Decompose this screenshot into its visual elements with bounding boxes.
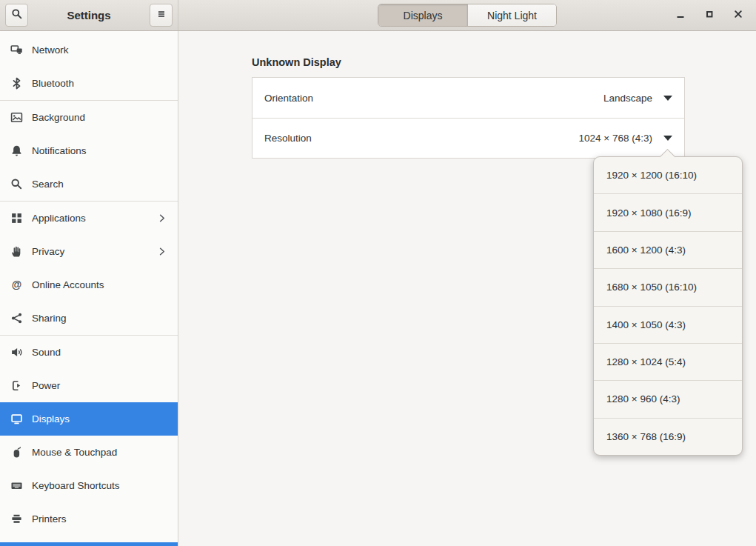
keyboard-icon [10,479,23,492]
resolution-option[interactable]: 1920 × 1080 (16:9) [594,193,742,230]
network-icon [10,44,23,56]
sidebar-item-displays[interactable]: Displays [0,402,178,436]
resolution-label: Resolution [264,133,312,144]
mouse-icon [10,446,23,459]
orientation-row[interactable]: Orientation Landscape [252,78,684,118]
sidebar-item-label: Mouse & Touchpad [32,447,117,458]
sidebar-item-privacy[interactable]: Privacy [0,235,178,268]
resolution-option[interactable]: 1680 × 1050 (16:10) [594,268,742,305]
online-accounts-icon: @ [10,279,23,291]
sidebar-item-label: Online Accounts [32,279,104,290]
resolution-option[interactable]: 1400 × 1050 (4:3) [594,306,742,343]
chevron-right-icon [156,246,167,257]
settings-sidebar: Network Bluetooth Background Notificatio… [0,31,178,546]
orientation-value: Landscape [603,93,652,104]
orientation-label: Orientation [264,93,313,104]
sidebar-item-label: Network [32,44,69,56]
tab-displays[interactable]: Displays [378,4,467,26]
resolution-option[interactable]: 1280 × 1024 (5:4) [594,343,742,380]
tab-night-light[interactable]: Night Light [467,4,556,26]
view-switcher: Displays Night Light [378,4,557,27]
resolution-option[interactable]: 1360 × 768 (16:9) [594,418,742,455]
minimize-icon [675,8,686,23]
privacy-icon [10,245,23,258]
sidebar-item-online-accounts[interactable]: @ Online Accounts [0,268,178,302]
sidebar-item-label: Displays [32,413,70,425]
displays-icon [10,413,23,425]
maximize-icon [703,8,715,23]
resolution-option[interactable]: 1600 × 1200 (4:3) [594,231,742,268]
resolution-option[interactable]: 1280 × 960 (4:3) [594,380,742,417]
sidebar-item-bluetooth[interactable]: Bluetooth [0,67,178,100]
hamburger-menu-icon [155,8,167,23]
window-title: Settings [67,9,110,21]
search-button[interactable] [5,4,28,27]
window-controls [671,0,748,30]
sidebar-item-label: Search [32,179,64,190]
sidebar-item-sharing[interactable]: Sharing [0,302,178,335]
sidebar-item-network[interactable]: Network [0,33,178,67]
dropdown-caret-icon [663,96,672,101]
svg-text:@: @ [12,279,21,290]
sidebar-item-mouse-touchpad[interactable]: Mouse & Touchpad [0,436,178,469]
header-main-section: Displays Night Light [178,0,756,30]
minimize-button[interactable] [671,6,690,25]
sidebar-item-keyboard-shortcuts[interactable]: Keyboard Shortcuts [0,469,178,502]
chevron-right-icon [156,213,167,224]
sidebar-item-label: Sound [32,347,61,358]
sharing-icon [10,312,23,324]
notifications-icon [10,144,23,157]
sidebar-item-power[interactable]: Power [0,369,178,402]
search-icon [10,178,23,190]
resolution-row[interactable]: Resolution 1024 × 768 (4:3) [252,118,684,158]
sidebar-item-label: Keyboard Shortcuts [32,480,120,491]
settings-window: Settings Displays Night Light [0,0,756,546]
sidebar-partial-row [0,542,178,546]
resolution-dropdown-popover: 1920 × 1200 (16:10) 1920 × 1080 (16:9) 1… [593,156,743,456]
close-button[interactable] [729,6,748,25]
power-icon [10,379,23,392]
sidebar-item-label: Applications [32,213,86,224]
applications-icon [10,212,23,224]
sidebar-item-label: Notifications [32,145,87,156]
close-icon [732,8,744,23]
search-icon [11,8,23,23]
sidebar-item-label: Sharing [32,313,67,324]
dropdown-caret-icon [663,136,672,141]
sidebar-item-label: Bluetooth [32,78,74,89]
header-sidebar-section: Settings [0,0,178,30]
bluetooth-icon [10,77,23,90]
display-settings-card: Orientation Landscape Resolution 1024 × … [252,77,685,159]
resolution-value: 1024 × 768 (4:3) [579,133,652,144]
sidebar-item-sound[interactable]: Sound [0,336,178,369]
sidebar-item-label: Printers [32,513,67,525]
maximize-button[interactable] [700,6,719,25]
sidebar-item-printers[interactable]: Printers [0,502,178,536]
sidebar-item-applications[interactable]: Applications [0,202,178,235]
display-section-title: Unknown Display [252,56,341,68]
background-icon [10,111,23,124]
sidebar-item-label: Privacy [32,246,64,257]
sidebar-item-background[interactable]: Background [0,101,178,134]
sidebar-item-label: Background [32,112,85,123]
sidebar-item-search[interactable]: Search [0,167,178,201]
sidebar-item-label: Power [32,380,60,391]
sound-icon [10,346,23,359]
menu-button[interactable] [150,4,173,27]
sidebar-item-notifications[interactable]: Notifications [0,134,178,167]
printer-icon [10,513,23,525]
header-bar: Settings Displays Night Light [0,0,756,31]
